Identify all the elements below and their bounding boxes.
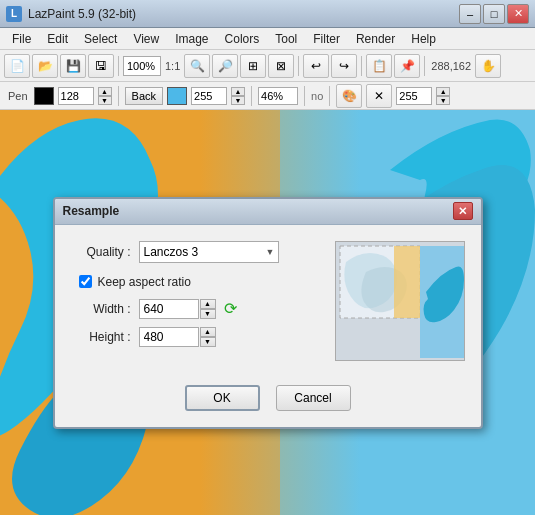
menu-bar: File Edit Select View Image Colors Tool … [0,28,535,50]
alpha-value-input[interactable] [396,87,432,105]
hand-tool-button[interactable]: ✋ [475,54,501,78]
alpha-icon: 🎨 [336,84,362,108]
cancel-icon[interactable]: ✕ [366,84,392,108]
pen-down-arrow[interactable]: ▼ [98,96,112,105]
menu-render[interactable]: Render [348,30,403,48]
toolbar-separator-1 [118,56,119,76]
pen-sep2 [251,86,252,106]
dialog-overlay: Resample ✕ Quality : Nearest neighbor Bi… [0,110,535,515]
back-color-swatch[interactable] [167,87,187,105]
pen-up-arrow[interactable]: ▲ [98,87,112,96]
width-row: Width : ▲ ▼ ⟳ [79,299,323,319]
pen-value-input[interactable] [58,87,94,105]
height-input[interactable] [139,327,199,347]
zoom-ratio-label: 1:1 [163,60,182,72]
quality-label: Quality : [71,245,131,259]
maximize-button[interactable]: □ [483,4,505,24]
dialog-footer: OK Cancel [55,377,481,427]
cancel-button[interactable]: Cancel [276,385,351,411]
quality-row: Quality : Nearest neighbor Bilinear Bicu… [71,241,323,263]
pen-sep3 [304,86,305,106]
alpha-down-arrow[interactable]: ▼ [436,96,450,105]
alpha-spinner[interactable]: ▲ ▼ [436,87,450,105]
quality-select[interactable]: Nearest neighbor Bilinear Bicubic Lanczo… [139,241,279,263]
preview-box [335,241,465,361]
width-up-arrow[interactable]: ▲ [200,299,216,309]
keep-aspect-row: Keep aspect ratio [79,275,323,289]
svg-rect-5 [394,246,420,318]
pen-sep [118,86,119,106]
width-label: Width : [79,302,131,316]
dialog-close-button[interactable]: ✕ [453,202,473,220]
no-label: no [311,90,323,102]
main-toolbar: 📄 📂 💾 🖫 1:1 🔍 🔎 ⊞ ⊠ ↩ ↪ 📋 📌 288,162 ✋ [0,50,535,82]
toolbar-separator-2 [298,56,299,76]
alpha-up-arrow[interactable]: ▲ [436,87,450,96]
back-button[interactable]: Back [125,87,163,105]
menu-colors[interactable]: Colors [217,30,268,48]
zoom-level-input[interactable] [123,56,161,76]
preview-svg [336,242,465,361]
dialog-left-panel: Quality : Nearest neighbor Bilinear Bicu… [71,241,323,361]
dialog-body: Quality : Nearest neighbor Bilinear Bicu… [55,225,481,377]
window-title: LazPaint 5.9 (32-bit) [28,7,459,21]
height-up-arrow[interactable]: ▲ [200,327,216,337]
new-button[interactable]: 📄 [4,54,30,78]
width-input[interactable] [139,299,199,319]
ok-button[interactable]: OK [185,385,260,411]
window-controls: – □ ✕ [459,4,529,24]
pen-color-swatch[interactable] [34,87,54,105]
menu-filter[interactable]: Filter [305,30,348,48]
app-icon: L [6,6,22,22]
resample-dialog: Resample ✕ Quality : Nearest neighbor Bi… [53,197,483,429]
save-button[interactable]: 💾 [60,54,86,78]
redo-button[interactable]: ↪ [331,54,357,78]
pen-toolbar: Pen ▲ ▼ Back ▲ ▼ no 🎨 ✕ ▲ ▼ [0,82,535,110]
save-as-button[interactable]: 🖫 [88,54,114,78]
width-down-arrow[interactable]: ▼ [200,309,216,319]
paste-button[interactable]: 📌 [394,54,420,78]
coordinates-label: 288,162 [429,60,473,72]
quality-select-wrapper: Nearest neighbor Bilinear Bicubic Lanczo… [139,241,279,263]
link-aspect-icon[interactable]: ⟳ [224,299,237,318]
title-bar: L LazPaint 5.9 (32-bit) – □ ✕ [0,0,535,28]
dialog-title-bar: Resample ✕ [55,199,481,225]
zoom-out-button[interactable]: 🔎 [212,54,238,78]
menu-view[interactable]: View [125,30,167,48]
zoom-fit-button[interactable]: ⊞ [240,54,266,78]
height-down-arrow[interactable]: ▼ [200,337,216,347]
close-button[interactable]: ✕ [507,4,529,24]
menu-edit[interactable]: Edit [39,30,76,48]
pen-label: Pen [6,90,30,102]
height-label: Height : [79,330,131,344]
zoom-in-button[interactable]: 🔍 [184,54,210,78]
keep-aspect-label[interactable]: Keep aspect ratio [98,275,191,289]
undo-button[interactable]: ↩ [303,54,329,78]
open-button[interactable]: 📂 [32,54,58,78]
menu-select[interactable]: Select [76,30,125,48]
back-value-input[interactable] [191,87,227,105]
menu-image[interactable]: Image [167,30,216,48]
back-up-arrow[interactable]: ▲ [231,87,245,96]
opacity-input[interactable] [258,87,298,105]
menu-file[interactable]: File [4,30,39,48]
pen-spinner[interactable]: ▲ ▼ [98,87,112,105]
height-spinner[interactable]: ▲ ▼ [200,327,216,347]
toolbar-separator-4 [424,56,425,76]
dialog-title: Resample [63,204,453,218]
minimize-button[interactable]: – [459,4,481,24]
toolbar-separator-3 [361,56,362,76]
width-spinner[interactable]: ▲ ▼ [200,299,216,319]
pen-sep4 [329,86,330,106]
back-down-arrow[interactable]: ▼ [231,96,245,105]
zoom-100-button[interactable]: ⊠ [268,54,294,78]
clipboard-button[interactable]: 📋 [366,54,392,78]
height-row: Height : ▲ ▼ [79,327,323,347]
menu-tool[interactable]: Tool [267,30,305,48]
keep-aspect-checkbox[interactable] [79,275,92,288]
back-spinner[interactable]: ▲ ▼ [231,87,245,105]
menu-help[interactable]: Help [403,30,444,48]
